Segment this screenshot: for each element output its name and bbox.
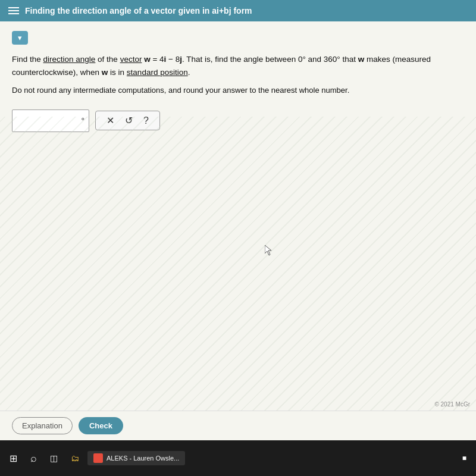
copyright-text: © 2021 McGr — [434, 401, 470, 408]
instruction-text: Do not round any intermediate computatio… — [12, 84, 464, 96]
undo-button[interactable]: ↺ — [125, 115, 133, 126]
answer-input[interactable] — [12, 109, 89, 132]
clear-button[interactable]: ✕ — [107, 115, 114, 126]
answer-input-wrapper: ° — [12, 109, 89, 132]
problem-paragraph-1: Find the direction angle of the vector w… — [12, 53, 464, 79]
check-button[interactable]: Check — [79, 417, 123, 434]
explanation-button[interactable]: Explanation — [12, 417, 73, 434]
task-view-button[interactable]: ◫ — [45, 451, 62, 465]
direction-angle-link[interactable]: direction angle — [43, 55, 96, 64]
page-title: Finding the direction angle of a vector … — [25, 6, 252, 15]
answer-row: ° ✕ ↺ ? — [12, 109, 464, 132]
header-bar: Finding the direction angle of a vector … — [0, 0, 476, 21]
chevron-dropdown-button[interactable]: ▾ — [12, 31, 28, 45]
help-button[interactable]: ? — [143, 115, 149, 126]
taskbar-black-square: ■ — [458, 452, 471, 465]
pattern-background — [0, 117, 476, 411]
taskbar-aleks-label: ALEKS - Lauren Owsle... — [107, 455, 179, 462]
app-container: Finding the direction angle of a vector … — [0, 0, 476, 440]
search-button[interactable]: ⌕ — [26, 450, 42, 467]
taskbar: ⊞ ⌕ ◫ 🗂 ALEKS - Lauren Owsle... ■ — [0, 440, 476, 476]
problem-text-pre: Find the — [12, 55, 43, 64]
action-buttons-box: ✕ ↺ ? — [95, 111, 160, 130]
content-area: ▾ Find the direction angle of the vector… — [0, 21, 476, 440]
standard-position-link[interactable]: standard position — [127, 68, 188, 77]
vector-link[interactable]: vector — [120, 55, 142, 64]
windows-start-button[interactable]: ⊞ — [5, 450, 22, 466]
problem-text-mid1: of the — [95, 55, 120, 64]
aleks-app-icon — [93, 453, 103, 463]
file-explorer-button[interactable]: 🗂 — [66, 451, 84, 465]
bottom-bar: Explanation Check — [0, 411, 476, 440]
taskbar-aleks-item[interactable]: ALEKS - Lauren Owsle... — [87, 451, 185, 465]
problem-text-end: . — [188, 68, 190, 77]
hamburger-icon[interactable] — [8, 7, 19, 14]
